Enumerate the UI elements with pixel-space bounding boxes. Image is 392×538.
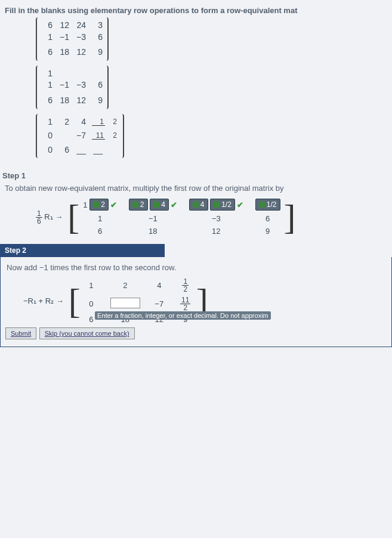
matrix-1: 612243 1−1−36 618129 [36,17,392,66]
answer-box[interactable]: 4 [189,199,208,211]
check-icon: ✔ [237,200,243,209]
matrix-2: 1 1−1−36 618129 [36,66,392,114]
step2-operation: −R₁ + R₂ → [23,296,64,305]
instruction-text: Fill in the blanks using elementary row … [0,0,392,17]
input-hint: Enter a fraction, integer, or exact deci… [95,311,271,320]
answer-input[interactable] [110,298,140,308]
check-icon: ✔ [110,200,117,209]
answer-box[interactable]: 2 [89,199,109,211]
check-icon: ✔ [171,200,177,209]
step1-equation: 16 R₁ → [ 1 2✔ 2 4✔ 4 1/2✔ 1/2 1−1−36 61… [36,199,392,236]
answer-box[interactable]: 1/2 [255,199,280,211]
step1-heading: Step 1 [2,171,392,180]
submit-button[interactable]: Submit [5,327,36,339]
answer-box[interactable]: 4 [150,199,169,211]
skip-button[interactable]: Skip (you cannot come back) [39,327,135,339]
step1-text: To obtain new row-equivalent matrix, mul… [5,184,392,193]
answer-box[interactable]: 2 [129,199,148,211]
step2-bar: Step 2 [0,244,165,257]
step2-box: Now add −1 times the first row to the se… [0,257,392,347]
matrix-3: 124 12 0−7 112 06____ [36,114,392,163]
answer-box[interactable]: 1/2 [210,199,235,211]
step2-text: Now add −1 times the first row to the se… [7,263,387,272]
